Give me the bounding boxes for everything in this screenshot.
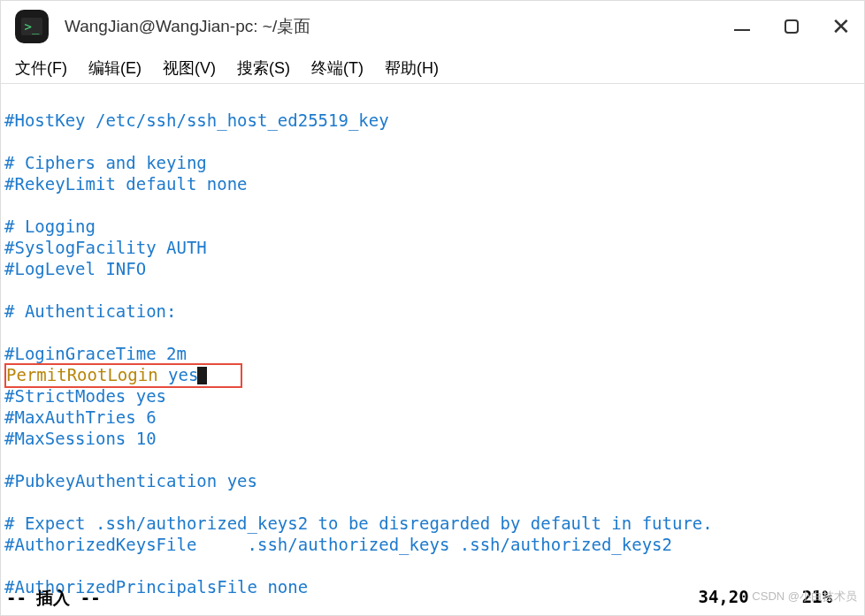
terminal-app-icon: >_ [15, 10, 49, 43]
maximize-button[interactable] [783, 18, 800, 35]
terminal-line: #StrictModes yes [4, 386, 861, 407]
terminal-line: # Logging [4, 217, 861, 238]
minimize-button[interactable] [733, 18, 751, 35]
terminal-line: #AuthorizedKeysFile .ssh/authorized_keys… [4, 535, 861, 556]
menu-help[interactable]: 帮助(H) [379, 54, 444, 82]
terminal-line: #LogLevel INFO [4, 259, 861, 280]
vim-mode: -- 插入 -- [6, 587, 698, 610]
cursor-position: 34,20 [698, 587, 748, 610]
menu-terminal[interactable]: 终端(T) [306, 54, 369, 82]
terminal-line [4, 450, 861, 471]
terminal-line: # Ciphers and keying [4, 153, 861, 174]
terminal-line [4, 323, 861, 344]
terminal-line: #SyslogFacility AUTH [4, 238, 861, 259]
watermark: CSDN @小白技术员 [752, 589, 857, 605]
terminal-line: # Expect .ssh/authorized_keys2 to be dis… [4, 513, 861, 535]
menu-edit[interactable]: 编辑(E) [83, 54, 147, 82]
terminal-icon-text: >_ [21, 18, 43, 35]
window-controls: ✕ [733, 18, 850, 35]
config-value: yes [158, 365, 199, 384]
terminal-content[interactable]: #HostKey /etc/ssh/ssh_host_ed25519_key# … [1, 84, 864, 615]
menu-view[interactable]: 视图(V) [157, 54, 221, 82]
terminal-line [4, 556, 861, 577]
terminal-line: #LoginGraceTime 2m [4, 344, 861, 365]
terminal-line [4, 132, 861, 153]
terminal-line: #MaxSessions 10 [4, 429, 861, 450]
window-title: WangJian@WangJian-pc: ~/桌面 [65, 15, 733, 38]
terminal-line: #PubkeyAuthentication yes [4, 471, 861, 492]
config-key: PermitRootLogin [6, 365, 158, 384]
menu-file[interactable]: 文件(F) [10, 54, 73, 82]
terminal-line [4, 492, 861, 513]
terminal-line [4, 280, 861, 301]
text-cursor [197, 367, 207, 384]
menu-search[interactable]: 搜索(S) [232, 54, 295, 82]
terminal-line: #MaxAuthTries 6 [4, 407, 861, 429]
vim-status-bar: -- 插入 -- 34,20 21% [1, 585, 864, 612]
terminal-line [4, 195, 861, 217]
highlighted-config-line: PermitRootLogin yes [4, 363, 242, 388]
menu-bar: 文件(F) 编辑(E) 视图(V) 搜索(S) 终端(T) 帮助(H) [1, 52, 864, 84]
title-bar: >_ WangJian@WangJian-pc: ~/桌面 ✕ [1, 1, 864, 52]
terminal-line: # Authentication: [4, 301, 861, 323]
terminal-line: #RekeyLimit default none [4, 174, 861, 195]
close-button[interactable]: ✕ [832, 18, 850, 35]
terminal-line: #HostKey /etc/ssh/ssh_host_ed25519_key [4, 110, 861, 132]
terminal-line: PermitRootLogin yes [4, 365, 861, 386]
